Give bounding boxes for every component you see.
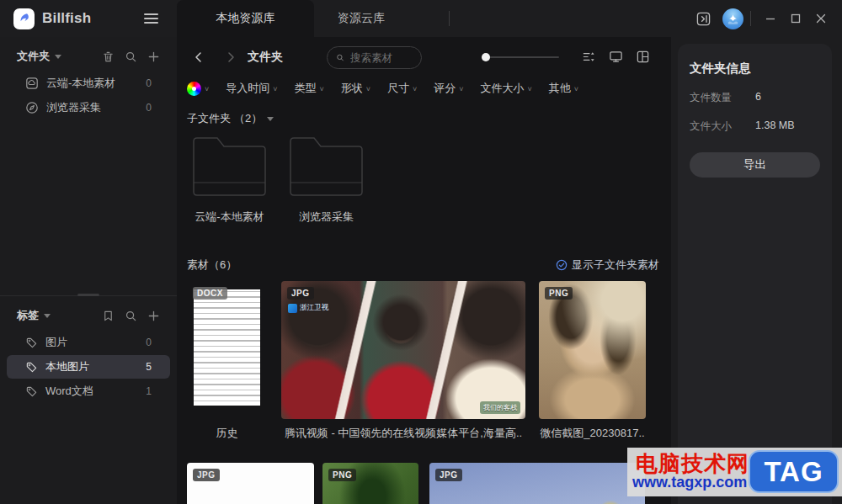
tag-count: 0 xyxy=(146,337,152,348)
billfish-logo-icon xyxy=(13,8,35,29)
folder-info-card: 文件夹信息 文件数量 6 文件大小 1.38 MB 导出 xyxy=(678,44,832,504)
info-panel: 文件夹信息 文件数量 6 文件大小 1.38 MB 导出 xyxy=(671,37,842,504)
layout-icon[interactable] xyxy=(633,47,652,66)
search-icon[interactable] xyxy=(125,310,137,322)
tag-count: 1 xyxy=(146,385,152,397)
site-watermark: 电脑技术网 www.tagxp.com TAG xyxy=(627,448,842,496)
subfolder-label: 云端-本地素材 xyxy=(187,210,272,225)
folders-title[interactable]: 文件夹 xyxy=(17,49,50,64)
export-button[interactable]: 导出 xyxy=(690,152,820,178)
filter-shape[interactable]: 形状˅ xyxy=(341,81,370,96)
compass-icon xyxy=(25,101,39,114)
filter-color[interactable]: ˅ xyxy=(187,82,209,96)
file-count-value: 6 xyxy=(755,91,761,105)
asset-card-flowers-green[interactable]: PNG xyxy=(322,463,418,504)
filter-type[interactable]: 类型˅ xyxy=(295,81,324,96)
sidebar-tag-word-docs[interactable]: Word文档 1 xyxy=(7,379,170,403)
sidebar-tag-pictures[interactable]: 图片 0 xyxy=(7,331,170,354)
file-type-badge: JPG xyxy=(287,287,314,300)
asset-card-wechat-screenshot[interactable]: PNG 微信截图_20230817.. xyxy=(539,281,646,441)
tv-station-logo: 浙江卫视 xyxy=(288,303,328,313)
sidebar-folder-cloud-local[interactable]: 云端-本地素材 0 xyxy=(7,72,170,95)
doc-thumbnail: DOCX xyxy=(187,281,267,419)
forward-button[interactable] xyxy=(221,47,241,67)
menu-icon[interactable] xyxy=(144,11,158,26)
asset-card-video-shot[interactable]: JPG 浙江卫视 我们的客栈 腾讯视频 - 中国领先的在线视频媒体平台,海量高.… xyxy=(281,281,525,441)
show-subfolder-assets-toggle[interactable]: 显示子文件夹素材 xyxy=(556,257,659,273)
watermark-site-url: www.tagxp.com xyxy=(632,474,747,491)
tag-icon xyxy=(25,337,38,349)
trash-icon[interactable] xyxy=(102,50,115,63)
search-icon[interactable] xyxy=(125,50,137,63)
titlebar-divider xyxy=(449,11,450,26)
tags-title[interactable]: 标签 xyxy=(17,308,39,323)
folder-icon xyxy=(187,133,272,200)
subfolder-card[interactable]: 浏览器采集 xyxy=(284,133,369,225)
user-avatar[interactable] xyxy=(722,8,743,29)
sort-icon[interactable] xyxy=(579,47,598,66)
file-size-value: 1.38 MB xyxy=(755,119,795,134)
filter-other[interactable]: 其他˅ xyxy=(549,81,578,96)
tags-section-header: 标签 xyxy=(0,305,177,330)
app-title: Billfish xyxy=(42,10,91,27)
file-type-badge: DOCX xyxy=(193,287,227,300)
breadcrumb: 文件夹 xyxy=(248,50,283,65)
photo-thumbnail: PNG xyxy=(322,463,418,504)
chevron-down-icon xyxy=(44,314,51,318)
close-button[interactable] xyxy=(808,6,834,31)
back-button[interactable] xyxy=(189,47,209,67)
folder-count: 0 xyxy=(146,77,152,89)
photo-thumbnail: JPG xyxy=(187,463,314,504)
sidebar-tag-local-pictures[interactable]: 本地图片 5 xyxy=(7,355,170,379)
photo-thumbnail: JPG 浙江卫视 我们的客栈 xyxy=(281,281,525,419)
search-input[interactable] xyxy=(350,52,413,64)
color-wheel-icon xyxy=(187,82,201,96)
assets-title: 素材（6） xyxy=(187,257,237,273)
expand-panel-icon[interactable] xyxy=(690,6,716,31)
file-type-badge: PNG xyxy=(545,287,573,300)
chevron-down-icon xyxy=(267,117,274,121)
filter-size[interactable]: 尺寸˅ xyxy=(387,81,417,96)
watermark-tag-logo: TAG xyxy=(749,450,839,493)
filter-file-size[interactable]: 文件大小˅ xyxy=(481,81,532,96)
file-count-row: 文件数量 6 xyxy=(690,91,820,105)
sidebar: 文件夹 云端-本地素材 0 浏览器采集 0 标签 xyxy=(0,37,177,504)
tab-local-library[interactable]: 本地资源库 xyxy=(177,0,314,37)
display-mode-icon[interactable] xyxy=(606,47,625,66)
asset-label: 腾讯视频 - 中国领先的在线视频媒体平台,海量高.. xyxy=(281,426,525,441)
file-type-badge: JPG xyxy=(435,469,462,481)
minimize-button[interactable] xyxy=(758,6,783,31)
maximize-button[interactable] xyxy=(783,6,808,31)
filter-rating[interactable]: 评分˅ xyxy=(434,81,463,96)
subfolder-label: 浏览器采集 xyxy=(284,210,369,225)
billfish-window: Billfish 本地资源库 资源云库 xyxy=(0,0,842,504)
asset-card-doc[interactable]: DOCX 历史 xyxy=(187,281,267,441)
subfolder-card[interactable]: 云端-本地素材 xyxy=(187,133,272,225)
search-box[interactable] xyxy=(327,46,422,69)
asset-card-tulips[interactable]: JPG xyxy=(429,463,645,504)
tag-icon xyxy=(25,385,38,398)
add-tag-icon[interactable] xyxy=(147,310,160,322)
search-icon xyxy=(336,52,344,63)
folder-count: 0 xyxy=(146,102,152,114)
tag-icon xyxy=(25,361,38,374)
subfolders-header[interactable]: 子文件夹 （2） xyxy=(187,111,274,126)
folder-label: 云端-本地素材 xyxy=(46,76,115,91)
bookmark-icon[interactable] xyxy=(102,310,115,322)
chevron-down-icon xyxy=(55,55,61,59)
file-type-badge: PNG xyxy=(328,469,356,481)
add-folder-icon[interactable] xyxy=(147,50,160,63)
photo-thumbnail: PNG xyxy=(539,281,646,419)
thumbnail-size-slider[interactable] xyxy=(482,56,559,58)
filter-import-time[interactable]: 导入时间˅ xyxy=(226,81,277,96)
asset-card-illustration[interactable]: JPG xyxy=(187,463,314,504)
photo-thumbnail: JPG xyxy=(429,463,645,504)
slider-knob[interactable] xyxy=(482,53,490,61)
sidebar-splitter[interactable] xyxy=(0,295,177,296)
tag-count: 5 xyxy=(146,361,152,373)
filter-bar: ˅ 导入时间˅ 类型˅ 形状˅ 尺寸˅ 评分˅ 文件大小˅ 其他˅ xyxy=(187,81,578,96)
tab-cloud-library[interactable]: 资源云库 xyxy=(314,0,449,37)
tag-label: 图片 xyxy=(45,335,67,350)
sidebar-folder-browser-collect[interactable]: 浏览器采集 0 xyxy=(7,96,170,119)
file-type-badge: JPG xyxy=(193,469,220,481)
